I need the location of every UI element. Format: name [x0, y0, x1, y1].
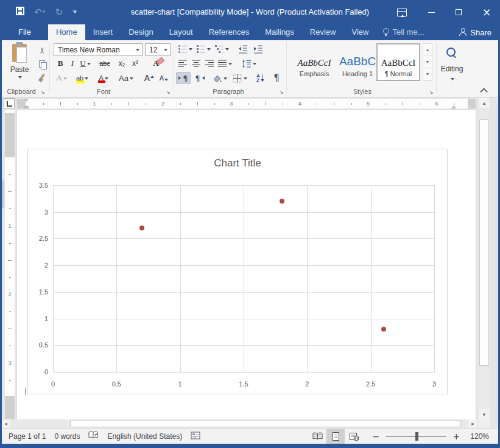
zoom-level[interactable]: 120% [470, 432, 489, 441]
rtl-text-direction-button[interactable]: ¶ [192, 72, 207, 84]
ribbon: Paste ✂ Clipboard ↘ Times New Roman 12 B… [0, 40, 500, 98]
tell-me-box[interactable]: Tell me... [376, 24, 430, 40]
text-effects-button[interactable]: A [54, 72, 69, 84]
show-paragraph-marks-button[interactable]: ¶ [270, 72, 283, 84]
vertical-scrollbar[interactable]: ▴ ▾ [479, 98, 490, 419]
styles-scroll-up-icon[interactable]: ▴ [423, 44, 432, 56]
ribbon-display-options-button[interactable] [390, 0, 414, 24]
macro-icon[interactable] [191, 431, 201, 442]
minimize-button[interactable] [419, 0, 443, 24]
x-axis-tick-label: 2 [292, 380, 322, 388]
shrink-font-button[interactable]: A [157, 72, 171, 84]
ltr-text-direction-button[interactable]: ¶ [176, 72, 191, 84]
read-mode-button[interactable] [308, 429, 326, 444]
style-emphasis[interactable]: AaBbCcI Emphasis [290, 43, 339, 81]
maximize-button[interactable] [446, 0, 471, 24]
bold-button[interactable]: B [55, 57, 66, 69]
scroll-down-button[interactable]: ▾ [479, 409, 490, 419]
scroll-right-button[interactable]: ▸ [468, 419, 477, 428]
left-indent-marker[interactable] [24, 106, 29, 108]
align-right-button[interactable] [203, 57, 216, 69]
share-button[interactable]: Share [459, 24, 491, 40]
x-axis-line [53, 372, 435, 372]
numbering-button[interactable] [195, 43, 211, 55]
vertical-scrollbar-thumb[interactable] [479, 119, 489, 366]
scroll-up-button[interactable]: ▴ [479, 98, 490, 108]
style-normal[interactable]: AaBbCcI ¶ Normal [376, 43, 420, 81]
tab-design[interactable]: Design [121, 24, 161, 40]
decrease-indent-button[interactable] [236, 43, 250, 55]
font-dialog-launcher-icon[interactable]: ↘ [164, 88, 172, 96]
tab-view[interactable]: View [343, 24, 376, 40]
strikethrough-button[interactable]: abc [96, 57, 113, 69]
grow-font-button[interactable]: A [143, 72, 156, 84]
font-name-select[interactable]: Times New Roman [54, 43, 143, 56]
styles-dialog-launcher-icon[interactable]: ↘ [428, 88, 435, 96]
tab-insert[interactable]: Insert [85, 24, 121, 40]
horizontal-scrollbar[interactable]: ◂ ▸ [0, 419, 479, 428]
copy-button[interactable] [35, 58, 49, 70]
highlight-color-button[interactable]: ab [73, 72, 91, 84]
web-layout-button[interactable] [345, 429, 363, 444]
multilevel-list-button[interactable] [214, 43, 230, 55]
paragraph-dialog-launcher-icon[interactable]: ↘ [278, 88, 285, 96]
align-left-button[interactable] [177, 57, 189, 69]
tab-layout[interactable]: Layout [161, 24, 201, 40]
collapse-ribbon-icon[interactable] [480, 88, 488, 96]
scroll-left-button[interactable]: ◂ [1, 419, 10, 428]
clipboard-dialog-launcher-icon[interactable]: ↘ [39, 88, 46, 96]
tab-review[interactable]: Review [302, 24, 344, 40]
word-count[interactable]: 0 words [54, 432, 80, 441]
line-spacing-button[interactable] [240, 57, 258, 69]
page-count[interactable]: Page 1 of 1 [9, 432, 46, 441]
zoom-out-button[interactable]: − [371, 432, 380, 441]
chart-frame[interactable]: Chart Title 00.511.522.5300.511.522.533.… [27, 149, 448, 394]
proofing-icon[interactable] [88, 430, 99, 442]
paste-button[interactable]: Paste [5, 43, 34, 87]
style-heading1[interactable]: AaBbC Heading 1 [340, 43, 375, 81]
superscript-button[interactable]: x² [129, 57, 141, 69]
tab-selector[interactable] [4, 98, 15, 109]
zoom-in-button[interactable]: + [452, 432, 460, 441]
sort-button[interactable]: AZ [253, 72, 268, 84]
subscript-button[interactable]: x₂ [116, 57, 128, 69]
styles-scroll-down-icon[interactable]: ▾ [423, 56, 432, 68]
close-button[interactable]: × [474, 0, 499, 24]
justify-button[interactable] [217, 57, 233, 69]
shading-button[interactable] [211, 72, 229, 84]
cut-button[interactable]: ✂ [35, 44, 49, 56]
horizontal-scrollbar-thumb[interactable] [70, 420, 461, 427]
editing-find-button[interactable] [442, 44, 462, 62]
gridline-horizontal [53, 319, 435, 319]
scissors-icon: ✂ [38, 47, 47, 54]
zoom-slider-handle[interactable] [415, 432, 418, 441]
font-color-button[interactable]: A [95, 72, 112, 84]
font-size-select[interactable]: 12 [145, 43, 171, 56]
tab-file[interactable]: File [9, 24, 41, 40]
font-group-label: Font [73, 88, 134, 96]
format-painter-button[interactable] [35, 72, 49, 84]
font-size-caret [164, 49, 167, 53]
increase-indent-button[interactable] [252, 43, 265, 55]
clear-formatting-button[interactable]: A [147, 57, 164, 69]
h-ruler-tick [111, 103, 112, 105]
y-axis-tick-label: 1 [28, 315, 48, 323]
tab-mailings[interactable]: Mailings [257, 24, 302, 40]
align-center-button[interactable] [190, 57, 202, 69]
v-ruler-tick [9, 311, 11, 312]
bullets-button[interactable] [177, 43, 193, 55]
zoom-slider[interactable] [386, 436, 446, 437]
underline-button[interactable]: U [78, 57, 93, 69]
document-page[interactable]: Chart Title 00.511.522.5300.511.522.533.… [17, 110, 476, 419]
italic-button[interactable]: I [68, 57, 77, 69]
tab-references[interactable]: References [201, 24, 257, 40]
language[interactable]: English (United States) [107, 432, 182, 441]
borders-button[interactable] [231, 72, 248, 84]
h-ruler-tick [77, 103, 78, 105]
styles-more-icon[interactable]: ▾ [423, 68, 432, 80]
tell-me-label: Tell me... [392, 24, 424, 40]
change-case-button[interactable]: Aa [117, 72, 135, 84]
print-layout-button[interactable] [326, 429, 345, 444]
text-effects-caret [63, 77, 67, 82]
tab-home[interactable]: Home [48, 24, 85, 40]
